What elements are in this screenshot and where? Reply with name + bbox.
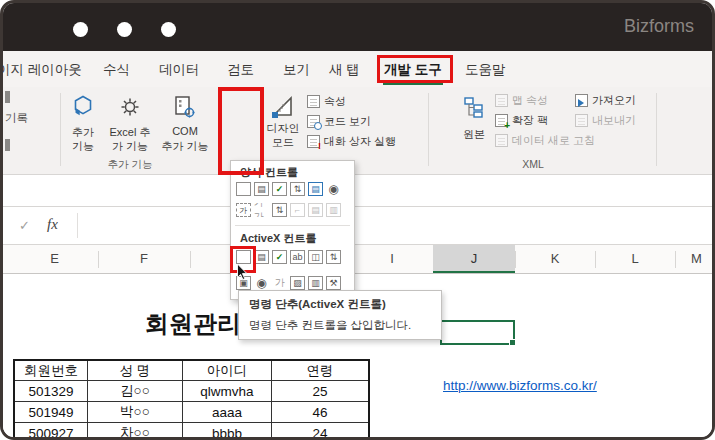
tooltip-body: 명령 단추 컨트롤을 삽입합니다. [249, 318, 431, 333]
activex-spin-button-icon[interactable]: ⇅ [326, 250, 341, 264]
tab-developer[interactable]: 개발 도구 [384, 61, 442, 79]
table-header[interactable]: 아이디 [183, 361, 272, 380]
bizforms-link[interactable]: http://www.bizforms.co.kr/ [443, 378, 597, 393]
activex-toggle-button-icon[interactable]: ▥ [308, 276, 323, 290]
column-header-m[interactable]: M [675, 251, 715, 266]
form-combo-box-icon[interactable]: ▤ [254, 182, 269, 196]
add-ins-icon [69, 93, 97, 125]
column-header-i[interactable]: I [351, 251, 433, 266]
run-dialog-icon [307, 135, 320, 148]
window-dot-icon[interactable] [161, 22, 176, 37]
activex-more-controls-icon[interactable]: ⚒ [326, 276, 341, 290]
column-header-l[interactable]: L [595, 251, 675, 266]
window-dot-icon[interactable] [117, 22, 132, 37]
com-addins-icon [171, 93, 197, 125]
formula-bar: ✓ fx [3, 207, 712, 245]
xml-source-icon [461, 95, 487, 123]
addins-group-label: 추가 기능 [98, 158, 162, 172]
activex-checkbox-icon[interactable]: ✓ [272, 250, 287, 264]
selected-cell[interactable] [440, 320, 515, 345]
app-window: Bizforms 이지 레이아웃 수식 데이터 검토 보기 새 탭 개발 도구 … [0, 0, 715, 440]
column-header-j-selected[interactable]: J [433, 245, 515, 273]
insert-function-icon[interactable]: fx [47, 216, 58, 233]
ribbon-separator [656, 93, 657, 166]
tab-formulas[interactable]: 수식 [103, 61, 130, 79]
ribbon-tab-bar: 이지 레이아웃 수식 데이터 검토 보기 새 탭 개발 도구 도움말 [3, 51, 712, 87]
table-cell[interactable]: aaaa [183, 401, 272, 422]
table-header[interactable]: 회원번호 [15, 361, 88, 380]
table-cell[interactable]: 501949 [15, 401, 88, 422]
tab-new-tab[interactable]: 새 탭 [329, 61, 360, 79]
excel-addins-gear-icon [117, 93, 143, 125]
form-group-box-icon[interactable]: ⌐ [290, 203, 305, 217]
form-controls-header: 양식 컨트롤 [240, 165, 298, 180]
tab-view[interactable]: 보기 [283, 61, 310, 79]
formula-input[interactable] [83, 211, 706, 241]
dropdown-divider [235, 225, 350, 226]
column-header-row: E F I J K L M [3, 245, 712, 274]
table-cell[interactable]: 501329 [15, 380, 88, 401]
activex-option-button-icon[interactable]: ◉ [254, 276, 269, 290]
import-icon [575, 94, 588, 107]
table-cell[interactable]: 46 [272, 401, 368, 422]
activex-command-button-icon[interactable] [236, 250, 251, 264]
table-header[interactable]: 성 명 [88, 361, 183, 380]
form-text-field-icon[interactable]: 가가 [254, 203, 269, 217]
table-cell[interactable]: 차○○ [88, 422, 183, 440]
column-header-f[interactable]: F [98, 251, 190, 266]
command-button-tooltip: 명령 단추(ActiveX 컨트롤) 명령 단추 컨트롤을 삽입합니다. [238, 290, 442, 340]
activex-frame-icon[interactable]: ▨ [290, 276, 305, 290]
window-dot-icon[interactable] [73, 22, 88, 37]
cropped-ribbon-text: 기록 [5, 111, 28, 126]
table-cell[interactable]: 500927 [15, 422, 88, 440]
quick-access-toolbar: 보기 [3, 175, 712, 207]
form-spin-button-icon[interactable]: ⇅ [290, 182, 305, 196]
form-controls-row-1: ▤✓⇅▤◉ [236, 182, 341, 196]
ribbon: 기록 추가 기능 Excel 추 가 기능 COM 추 [3, 87, 712, 175]
refresh-data-icon [495, 134, 508, 147]
form-controls-row-2: 가가가⇅⌐▤▥ [236, 203, 341, 217]
enter-check-icon[interactable]: ✓ [19, 218, 30, 233]
table-cell[interactable]: 박○○ [88, 401, 183, 422]
ribbon-separator [60, 93, 61, 166]
mouse-cursor-icon [236, 263, 249, 285]
table-cell[interactable]: bbbb [183, 422, 272, 440]
map-properties-icon [495, 94, 508, 107]
tab-help[interactable]: 도움말 [465, 61, 506, 79]
ribbon-separator [428, 93, 429, 166]
activex-combo-box-icon[interactable]: ▤ [254, 250, 269, 264]
form-scroll-bar-icon[interactable]: ⇅ [272, 203, 287, 217]
tab-review[interactable]: 검토 [227, 61, 254, 79]
xml-group-label: XML [508, 158, 558, 170]
form-grid-icon[interactable]: ▥ [326, 203, 341, 217]
form-list-box-icon[interactable]: ▤ [308, 182, 323, 196]
expansion-packs-icon [495, 114, 508, 127]
view-code-icon [307, 115, 320, 128]
activex-controls-row-1: ▤✓ab◫⇅ [236, 250, 341, 264]
form-label-icon[interactable]: 가 [236, 203, 251, 217]
column-header-k[interactable]: K [515, 251, 595, 266]
table-cell[interactable]: qlwmvha [183, 380, 272, 401]
tab-page-layout[interactable]: 이지 레이아웃 [0, 61, 82, 79]
table-header[interactable]: 연령 [272, 361, 368, 380]
table-cell[interactable]: 25 [272, 380, 368, 401]
member-table: 회원번호 성 명 아이디 연령 501329 김○○ qlwmvha 25 50… [13, 359, 370, 440]
brand-label: Bizforms [624, 16, 694, 37]
form-checkbox-icon[interactable]: ✓ [272, 182, 287, 196]
cropped-ribbon-fragment [5, 91, 10, 103]
table-cell[interactable]: 24 [272, 422, 368, 440]
form-option-button-icon[interactable]: ◉ [326, 182, 341, 196]
form-list-icon[interactable]: ▤ [308, 203, 323, 217]
activex-scroll-bar-icon[interactable]: ◫ [308, 250, 323, 264]
activex-label-icon[interactable]: 가 [272, 276, 287, 290]
properties-icon [307, 95, 320, 108]
sheet-title: 회원관리 [133, 308, 253, 340]
activex-controls-header: ActiveX 컨트롤 [240, 231, 316, 246]
activex-text-box-icon[interactable]: ab [290, 250, 305, 264]
title-bar: Bizforms [3, 3, 712, 51]
export-icon [575, 114, 588, 127]
table-cell[interactable]: 김○○ [88, 380, 183, 401]
tab-data[interactable]: 데이터 [159, 61, 200, 79]
form-button-control-icon[interactable] [236, 182, 251, 196]
column-header-e[interactable]: E [11, 251, 98, 266]
